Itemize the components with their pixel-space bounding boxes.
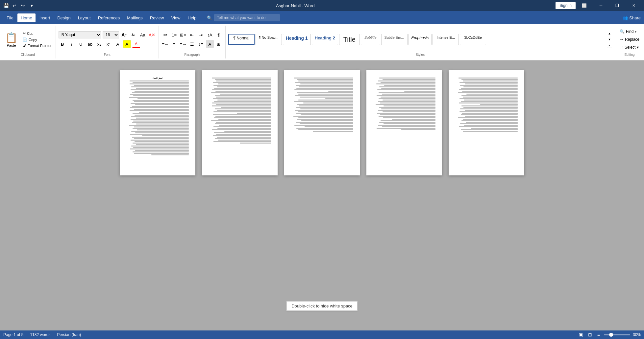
clear-formatting-button[interactable]: A✕	[148, 31, 156, 39]
highlight-button[interactable]: A	[123, 40, 131, 48]
zoom-thumb	[609, 333, 613, 337]
menu-design[interactable]: Design	[54, 13, 74, 22]
style-heading1[interactable]: Heading 1	[283, 34, 311, 45]
select-button[interactable]: ⬚ Select ▾	[618, 44, 641, 50]
menu-insert[interactable]: Insert	[36, 13, 54, 22]
clipboard-small-buttons: ✂ Cut 📄 Copy 🖌 Format Painter	[21, 31, 53, 48]
print-layout-view-button[interactable]: ▣	[577, 331, 584, 338]
share-button[interactable]: 👥 Share	[623, 15, 641, 20]
font-size-select[interactable]: 16	[103, 31, 119, 38]
font-group: B Yaqut 16 A↑ A↓ Aa A✕ B I U ab x₂ x²	[56, 26, 159, 58]
cut-icon: ✂	[23, 31, 26, 35]
save-icon[interactable]: 💾	[3, 2, 9, 9]
align-left-button[interactable]: ≡←	[161, 40, 169, 48]
menu-help[interactable]: Help	[184, 13, 200, 22]
minimize-button[interactable]: ─	[593, 0, 608, 11]
redo-icon[interactable]: ↪	[20, 2, 26, 9]
bullets-button[interactable]: ≡•	[161, 31, 169, 39]
menu-layout[interactable]: Layout	[75, 13, 94, 22]
tell-me-input[interactable]	[214, 14, 280, 21]
align-center-button[interactable]: ≡	[170, 40, 178, 48]
font-color-button[interactable]: A	[132, 40, 140, 48]
format-painter-icon: 🖌	[23, 44, 26, 48]
customize-qat-icon[interactable]: ▾	[28, 2, 35, 9]
sort-button[interactable]: ↕A	[206, 31, 214, 39]
document-title: Asghar-Nabil - Word	[276, 3, 315, 8]
find-button[interactable]: 🔍 Find ▾	[618, 29, 641, 34]
line-spacing-button[interactable]: ↕≡	[197, 40, 205, 48]
web-layout-view-button[interactable]: ⊞	[587, 331, 593, 338]
pages-row: اسفر النبیل	[120, 70, 524, 175]
italic-button[interactable]: I	[68, 40, 76, 48]
style-emphasis[interactable]: Emphasis	[409, 34, 432, 45]
bold-button[interactable]: B	[59, 40, 66, 48]
font-family-select[interactable]: B Yaqut	[59, 31, 101, 38]
shrink-font-button[interactable]: A↓	[130, 31, 137, 39]
copy-button[interactable]: 📄 Copy	[21, 37, 53, 42]
styles-scroll-up[interactable]: ▲	[607, 31, 612, 36]
replace-button[interactable]: ↔ Replace	[618, 36, 641, 42]
cut-button[interactable]: ✂ Cut	[21, 31, 53, 36]
menu-home[interactable]: Home	[17, 13, 36, 22]
hide-whitespace-tooltip[interactable]: Double-click to hide white space	[286, 301, 358, 311]
page-3[interactable]	[284, 70, 360, 175]
undo-icon[interactable]: ↩	[11, 2, 18, 9]
style-normal[interactable]: ¶ Normal	[228, 34, 255, 45]
borders-button[interactable]: ⊞	[215, 40, 223, 48]
tell-me-container: 🔍	[207, 14, 280, 21]
styles-expand[interactable]: ▾	[607, 43, 612, 48]
language-indicator: Persian (Iran)	[57, 332, 81, 337]
format-painter-button[interactable]: 🖌 Format Painter	[21, 43, 53, 48]
align-right-button[interactable]: ≡→	[179, 40, 187, 48]
menu-review[interactable]: Review	[147, 13, 167, 22]
styles-scroll-down[interactable]: ▼	[607, 37, 612, 42]
shading-button[interactable]: A	[206, 40, 214, 48]
page-4[interactable]	[366, 70, 442, 175]
page-2[interactable]	[202, 70, 278, 175]
decrease-indent-button[interactable]: ⇤	[188, 31, 196, 39]
styles-scroll: ▲ ▼ ▾	[607, 31, 612, 48]
zoom-level: 30%	[633, 332, 641, 337]
title-bar-right: Sign in ⬜ ─ ❐ ✕	[556, 0, 641, 11]
menu-bar: File Home Insert Design Layout Reference…	[0, 11, 644, 24]
text-effects-button[interactable]: A	[114, 40, 122, 48]
replace-icon: ↔	[620, 37, 624, 42]
style-subtitle[interactable]: Subtitle	[361, 34, 380, 45]
ribbon-display-button[interactable]: ⬜	[577, 0, 592, 11]
page-5[interactable]	[449, 70, 524, 175]
page-1[interactable]: اسفر النبیل	[120, 70, 195, 175]
close-button[interactable]: ✕	[626, 0, 641, 11]
underline-button[interactable]: U	[77, 40, 85, 48]
menu-references[interactable]: References	[95, 13, 123, 22]
strikethrough-button[interactable]: ab	[86, 40, 94, 48]
subscript-button[interactable]: x₂	[95, 40, 103, 48]
style-intensee[interactable]: Intense E...	[433, 34, 459, 45]
font-label: Font	[59, 52, 156, 57]
style-heading2[interactable]: Heading 2	[312, 34, 338, 45]
status-bar-right: ▣ ⊞ ≡ 30%	[577, 331, 641, 338]
style-nospace[interactable]: ¶ No Spac...	[256, 34, 282, 45]
multilevel-list-button[interactable]: ⊞≡	[179, 31, 187, 39]
menu-mailings[interactable]: Mailings	[124, 13, 146, 22]
ribbon: 📋 Paste ✂ Cut 📄 Copy 🖌 Format Painter	[0, 24, 644, 60]
find-icon: 🔍	[620, 29, 625, 34]
menu-view[interactable]: View	[168, 13, 184, 22]
style-3bccddee[interactable]: 3bCcDdEe	[460, 34, 486, 45]
justify-button[interactable]: ☰	[188, 40, 196, 48]
sign-in-button[interactable]: Sign in	[556, 2, 576, 9]
read-mode-button[interactable]: ≡	[596, 331, 601, 338]
style-subtleem[interactable]: Subtle Em...	[381, 34, 408, 45]
show-marks-button[interactable]: ¶	[215, 31, 223, 39]
maximize-button[interactable]: ❐	[610, 0, 625, 11]
zoom-slider[interactable]	[604, 334, 630, 335]
style-title[interactable]: Title	[339, 34, 360, 45]
menu-file[interactable]: File	[3, 13, 17, 22]
grow-font-button[interactable]: A↑	[120, 31, 128, 39]
clipboard-group: 📋 Paste ✂ Cut 📄 Copy 🖌 Format Painter	[0, 26, 56, 58]
numbering-button[interactable]: 1≡	[170, 31, 178, 39]
increase-indent-button[interactable]: ⇥	[197, 31, 205, 39]
paste-button[interactable]: 📋 Paste	[3, 31, 20, 49]
editing-group: 🔍 Find ▾ ↔ Replace ⬚ Select ▾ Editing	[615, 26, 644, 58]
superscript-button[interactable]: x²	[105, 40, 112, 48]
change-case-button[interactable]: Aa	[139, 31, 147, 39]
